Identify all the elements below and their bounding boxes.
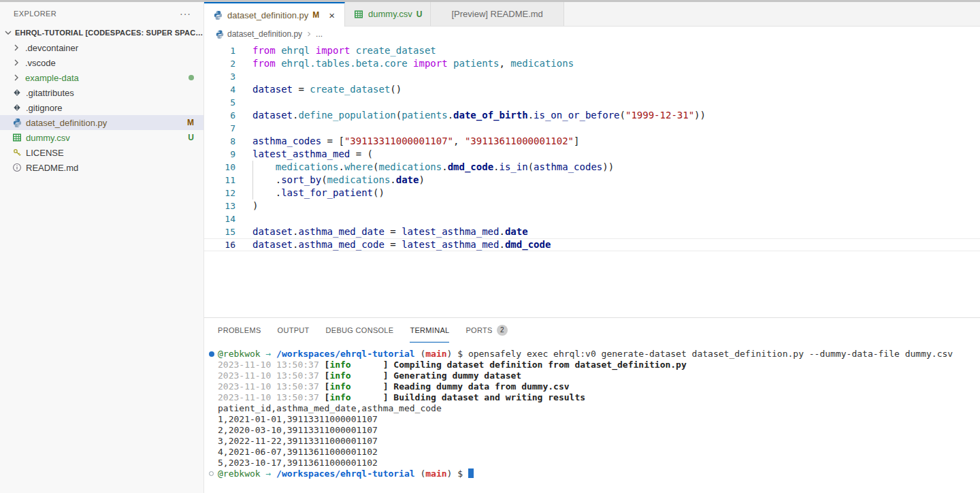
line-number[interactable]: 9 [204, 148, 235, 161]
git-icon [12, 102, 22, 113]
code-line: 14 [204, 212, 980, 225]
code-line: 15dataset.asthma_med_date = latest_asthm… [204, 225, 980, 238]
file-label: .gitattributes [26, 88, 194, 98]
panel-tab-debug-console[interactable]: DEBUG CONSOLE [326, 318, 394, 343]
line-number[interactable]: 12 [204, 187, 235, 200]
explorer-item-example-data[interactable]: example-data [0, 70, 203, 85]
explorer-item-dataset-definition.py[interactable]: dataset_definition.pyM [0, 115, 203, 130]
line-number[interactable]: 16 [204, 238, 235, 251]
explorer-item-dummy.csv[interactable]: dummy.csvU [0, 130, 203, 145]
chevron-right-icon [11, 72, 22, 83]
code-text [235, 212, 980, 225]
tab-git-badge: U [416, 10, 423, 19]
code-line: 6dataset.define_population(patients.date… [204, 109, 980, 122]
explorer-item-.gitattributes[interactable]: .gitattributes [0, 85, 203, 100]
breadcrumb-rest[interactable]: ... [316, 29, 323, 39]
code-editor[interactable]: 1from ehrql import create_dataset2from e… [204, 42, 980, 317]
git-status-badge: M [187, 118, 194, 127]
tab-dataset-definition.py[interactable]: dataset_definition.pyM× [204, 2, 345, 27]
tab-dummy.csv[interactable]: dummy.csvU [345, 2, 431, 26]
line-number[interactable]: 7 [204, 122, 235, 135]
python-icon [12, 117, 22, 128]
close-icon[interactable]: × [327, 10, 336, 21]
panel-tab-problems[interactable]: PROBLEMS [218, 318, 261, 343]
line-number[interactable]: 13 [204, 200, 235, 212]
file-label: .devcontainer [25, 43, 194, 53]
terminal-cursor [468, 468, 474, 478]
file-label: .vscode [25, 58, 194, 68]
file-label: dummy.csv [26, 133, 182, 143]
terminal-line: 4,2021-06-07,39113611000001102 [204, 447, 980, 458]
breadcrumb-file[interactable]: dataset_definition.py [227, 29, 302, 39]
command-decoration-icon[interactable] [209, 351, 214, 357]
code-text: dataset = create_dataset() [235, 83, 980, 96]
terminal-line: 1,2021-01-01,39113311000001107 [204, 414, 980, 425]
chevron-down-icon [3, 27, 14, 38]
license-icon [12, 147, 22, 158]
code-text: medications.where(medications.dmd_code.i… [235, 161, 980, 174]
command-decoration-icon[interactable] [209, 471, 214, 476]
code-line: 2from ehrql.tables.beta.core import pati… [204, 57, 980, 70]
terminal-line: 5,2023-10-17,39113611000001102 [204, 458, 980, 468]
code-text [235, 70, 980, 83]
file-label: README.md [26, 163, 194, 173]
line-number[interactable]: 6 [204, 109, 235, 122]
code-line: 8asthma_codes = ["39113311000001107", "3… [204, 135, 980, 148]
editor-group: dataset_definition.pyM×dummy.csvU[Previe… [204, 2, 980, 493]
csv-icon [12, 132, 22, 143]
explorer-item-license[interactable]: LICENSE [0, 145, 203, 160]
chevron-right-icon [305, 30, 313, 38]
code-text: asthma_codes = ["39113311000001107", "39… [235, 135, 980, 148]
code-line: 16dataset.asthma_med_code = latest_asthm… [204, 238, 980, 251]
terminal-line: 2023-11-10 13:50:37 [info ] Generating d… [204, 370, 980, 381]
panel-tab-label: TERMINAL [410, 326, 449, 334]
tab-strip: dataset_definition.pyM×dummy.csvU[Previe… [204, 2, 980, 27]
panel-tab-output[interactable]: OUTPUT [278, 318, 310, 343]
panel-tab-ports[interactable]: PORTS2 [466, 318, 507, 343]
terminal-line: patient_id,asthma_med_date,asthma_med_co… [204, 403, 980, 414]
code-text: .last_for_patient() [235, 187, 980, 200]
tab-git-badge: M [312, 10, 319, 20]
line-number[interactable]: 15 [204, 225, 235, 238]
git-icon [12, 87, 22, 98]
panel-tab-terminal[interactable]: TERMINAL [410, 318, 449, 343]
explorer-item-.vscode[interactable]: .vscode [0, 55, 203, 70]
terminal-line: @rebkwok → /workspaces/ehrql-tutorial (m… [204, 468, 980, 479]
file-label: example-data [25, 73, 183, 83]
code-line: 10 medications.where(medications.dmd_cod… [204, 161, 980, 174]
line-number[interactable]: 10 [204, 161, 235, 174]
line-number[interactable]: 8 [204, 135, 235, 148]
terminal-line: 2023-11-10 13:50:37 [info ] Compiling da… [204, 360, 980, 370]
more-actions-icon[interactable]: ··· [180, 10, 191, 17]
explorer-sidebar: EXPLORER ··· EHRQL-TUTORIAL [CODESPACES:… [0, 2, 204, 493]
code-text [235, 122, 980, 135]
chevron-right-icon [11, 42, 22, 53]
untracked-dot-badge [189, 73, 194, 82]
code-text: ) [235, 200, 980, 212]
line-number[interactable]: 4 [204, 83, 235, 96]
explorer-item-readme.md[interactable]: README.md [0, 160, 203, 175]
code-text: dataset.define_population(patients.date_… [235, 109, 980, 122]
line-number[interactable]: 2 [204, 57, 235, 70]
line-number[interactable]: 1 [204, 44, 235, 57]
panel-tab-label: PORTS [466, 326, 492, 334]
code-text [235, 96, 980, 109]
line-number[interactable]: 11 [204, 174, 235, 187]
code-line: 9latest_asthma_med = ( [204, 148, 980, 161]
python-icon [215, 29, 225, 39]
panel-tab-label: DEBUG CONSOLE [326, 326, 394, 334]
bottom-panel: PROBLEMSOUTPUTDEBUG CONSOLETERMINALPORTS… [204, 317, 980, 493]
terminal-line: 2,2020-03-10,39113311000001107 [204, 425, 980, 436]
file-label: .gitignore [26, 103, 194, 113]
tab--preview-readme.md[interactable]: [Preview] README.md [431, 2, 564, 26]
panel-tab-label: PROBLEMS [218, 326, 261, 334]
explorer-item-.gitignore[interactable]: .gitignore [0, 100, 203, 115]
explorer-item-.devcontainer[interactable]: .devcontainer [0, 40, 203, 55]
line-number[interactable]: 5 [204, 96, 235, 109]
code-text: dataset.asthma_med_date = latest_asthma_… [235, 225, 980, 238]
terminal[interactable]: @rebkwok → /workspaces/ehrql-tutorial (m… [204, 343, 980, 493]
code-text: from ehrql import create_dataset [235, 44, 980, 57]
line-number[interactable]: 3 [204, 70, 235, 83]
line-number[interactable]: 14 [204, 212, 235, 225]
explorer-root-folder[interactable]: EHRQL-TUTORIAL [CODESPACES: SUPER SPACE … [0, 25, 203, 40]
